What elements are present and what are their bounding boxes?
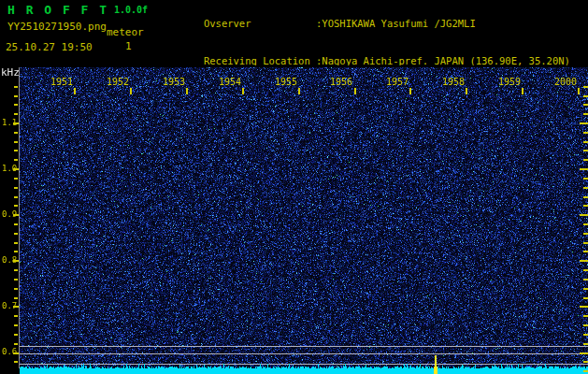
- time-tick-label: 1957: [384, 77, 409, 87]
- time-tick-label: 1959: [496, 77, 521, 87]
- freq-tick-label: 0.9: [2, 209, 17, 219]
- freq-tick-label: 0.8: [2, 255, 17, 265]
- hrofft-screen: H R O F F T 1.0.0f YY2510271950.png mete…: [0, 0, 588, 374]
- time-tick-label: 1955: [273, 77, 297, 87]
- time-tick-label: 1956: [328, 77, 352, 87]
- freq-tick-label: 1.1: [2, 118, 17, 127]
- freq-tick-label: 0.6: [2, 347, 17, 356]
- time-tick-label: 2000: [552, 77, 577, 87]
- time-tick-label: 1958: [440, 77, 465, 87]
- freq-unit-label: kHz: [1, 66, 20, 79]
- spectrogram-plot: kHz 1.1 1.0 0.9 0.8 0.7 0.6 1951 1952 19…: [0, 0, 588, 374]
- time-tick-label: 1953: [161, 77, 185, 87]
- freq-tick-label: 0.7: [2, 301, 17, 310]
- time-tick-label: 1952: [105, 77, 129, 87]
- time-tick-label: 1954: [217, 77, 241, 87]
- spectrogram-canvas: [0, 65, 588, 374]
- time-tick-label: 1951: [49, 77, 73, 87]
- freq-tick-label: 1.0: [2, 164, 17, 173]
